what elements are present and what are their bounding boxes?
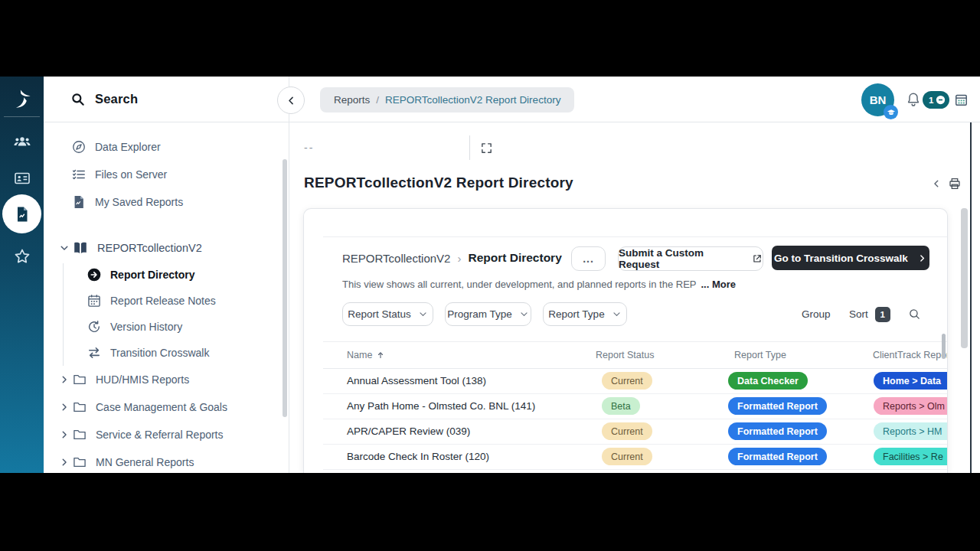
- sidebar-item-reportcollectionv2[interactable]: REPORTcollectionV2: [44, 234, 289, 262]
- arrow-circle-icon: [87, 267, 102, 282]
- submit-custom-request-button[interactable]: Submit a Custom Request: [618, 246, 763, 271]
- sidebar-collapse-button[interactable]: [277, 86, 305, 114]
- sidebar-item-hud-hmis-reports[interactable]: HUD/HMIS Reports: [44, 366, 289, 393]
- breadcrumb-page-link[interactable]: REPORTcollectionV2 Report Directory: [385, 94, 560, 106]
- star-icon[interactable]: [0, 247, 44, 266]
- sidebar-item-label: Report Release Notes: [110, 295, 216, 307]
- chevron-right-icon: [59, 374, 70, 385]
- card-breadcrumb-parent[interactable]: REPORTcollectionV2: [342, 252, 450, 265]
- search-label: Search: [95, 92, 138, 106]
- submit-custom-request-label: Submit a Custom Request: [619, 247, 746, 270]
- program-type-filter[interactable]: Program Type: [445, 302, 531, 326]
- topbar: Reports / REPORTcollectionV2 Report Dire…: [289, 77, 980, 122]
- swap-arrows-icon: [87, 345, 102, 360]
- status-badge: Current: [602, 422, 652, 440]
- sidebar-item-report-directory[interactable]: Report Directory: [44, 262, 289, 288]
- breadcrumb[interactable]: Reports / REPORTcollectionV2 Report Dire…: [320, 87, 574, 112]
- report-type-filter[interactable]: Report Type: [543, 302, 627, 326]
- sort-count-badge: 1: [875, 307, 890, 322]
- fullscreen-icon[interactable]: [480, 142, 493, 155]
- column-header-name[interactable]: Name: [347, 350, 385, 360]
- collapsed-breadcrumb: --: [304, 142, 314, 154]
- ellipsis-icon: ...: [583, 253, 594, 265]
- id-card-icon[interactable]: [0, 169, 44, 187]
- avatar-initials: BN: [870, 93, 887, 106]
- clienttrack-logo-icon: [0, 83, 44, 115]
- column-header-clienttrack-report[interactable]: ClientTrack Repor: [873, 350, 948, 360]
- window-edge: [970, 122, 972, 473]
- sidebar-item-data-explorer[interactable]: Data Explorer: [44, 133, 289, 161]
- more-actions-button[interactable]: ...: [571, 246, 606, 271]
- more-link[interactable]: ... More: [701, 279, 736, 290]
- report-type-badge: Data Checker: [728, 372, 808, 390]
- table-scrollbar[interactable]: [942, 334, 946, 359]
- sidebar-item-label: Report Directory: [110, 269, 194, 281]
- row-divider: [323, 419, 947, 419]
- breadcrumb-section: Reports: [334, 94, 370, 106]
- sidebar-item-case-management-goals[interactable]: Case Management & Goals: [44, 393, 289, 421]
- sort-button[interactable]: Sort 1: [849, 302, 890, 326]
- card-breadcrumb: REPORTcollectionV2 › Report Directory: [342, 251, 562, 265]
- checklist-icon: [71, 167, 87, 182]
- sidebar-item-mn-general-reports[interactable]: MN General Reports: [44, 448, 289, 473]
- notification-count-badge[interactable]: 1: [923, 91, 949, 109]
- sort-label: Sort: [849, 308, 868, 320]
- page-scrollbar[interactable]: [961, 208, 968, 348]
- notifications-bell-icon[interactable]: [905, 91, 922, 108]
- clienttrack-path-badge: Reports > HM: [874, 422, 948, 440]
- report-type-badge: Formatted Report: [728, 422, 827, 440]
- row-divider: [323, 469, 947, 470]
- table-search-icon[interactable]: [908, 308, 921, 321]
- report-name: Barcode Check In Roster (120): [347, 451, 489, 462]
- sidebar-item-version-history[interactable]: Version History: [44, 314, 289, 340]
- sidebar-item-transition-crosswalk[interactable]: Transition Crosswalk: [44, 340, 289, 366]
- collapse-header-icon[interactable]: [931, 178, 942, 189]
- group-button[interactable]: Group: [802, 302, 831, 326]
- graduation-cap-icon: [884, 105, 898, 119]
- go-to-transition-crosswalk-button[interactable]: Go to Transition Crosswalk: [772, 246, 929, 270]
- status-badge: Current: [602, 372, 652, 390]
- page-title: REPORTcollectionV2 Report Directory: [304, 174, 573, 191]
- sidebar-item-label: HUD/HMIS Reports: [96, 373, 189, 386]
- chevron-down-icon: [519, 309, 529, 319]
- report-status-filter[interactable]: Report Status: [342, 302, 433, 326]
- report-status-filter-label: Report Status: [348, 308, 411, 320]
- status-badge: Beta: [602, 397, 640, 415]
- data-explorer-icon: [71, 139, 87, 155]
- sidebar-search[interactable]: Search: [44, 77, 289, 122]
- report-name: APR/CAPER Review (039): [347, 425, 470, 437]
- folder-icon: [72, 372, 87, 387]
- print-icon[interactable]: [948, 177, 962, 191]
- sidebar-nav: Data Explorer Files on Server: [44, 122, 289, 473]
- screenshot-stage: Search Data Explorer Files on Server: [0, 0, 980, 551]
- sidebar-item-my-saved-reports[interactable]: My Saved Reports: [44, 188, 289, 216]
- folder-icon: [72, 455, 87, 470]
- sidebar-item-service-referral-reports[interactable]: Service & Referral Reports: [44, 421, 289, 448]
- status-badge: Current: [602, 448, 652, 465]
- clienttrack-path-badge: Home > Data: [874, 372, 948, 390]
- card-top-divider: [323, 236, 947, 237]
- sidebar-scrollbar[interactable]: [283, 159, 287, 417]
- chevron-left-icon: [286, 95, 297, 106]
- sidebar-item-files-on-server[interactable]: Files on Server: [44, 161, 289, 188]
- calendar-toolbar-icon[interactable]: [954, 93, 969, 107]
- sidebar-item-report-release-notes[interactable]: Report Release Notes: [44, 288, 289, 314]
- calendar-icon: [87, 293, 102, 308]
- chevron-down-icon: [59, 243, 70, 253]
- icon-rail: [0, 77, 44, 473]
- people-icon[interactable]: [0, 133, 44, 152]
- column-header-report-status[interactable]: Report Status: [596, 350, 654, 360]
- report-name: Annual Assessment Tool (138): [347, 375, 486, 386]
- program-type-filter-label: Program Type: [447, 308, 512, 320]
- sidebar-item-label: Transition Crosswalk: [110, 347, 209, 359]
- column-header-report-type[interactable]: Report Type: [734, 350, 786, 360]
- reports-active-icon[interactable]: [2, 194, 41, 233]
- chevron-right-icon: [59, 429, 70, 440]
- table-top-divider: [323, 341, 947, 342]
- report-type-filter-label: Report Type: [548, 308, 604, 320]
- row-divider: [323, 393, 947, 394]
- sidebar-item-label: Version History: [110, 321, 182, 333]
- card-breadcrumb-current: Report Directory: [468, 251, 561, 265]
- external-link-icon: [752, 253, 763, 264]
- nav-indent-line: [63, 263, 64, 366]
